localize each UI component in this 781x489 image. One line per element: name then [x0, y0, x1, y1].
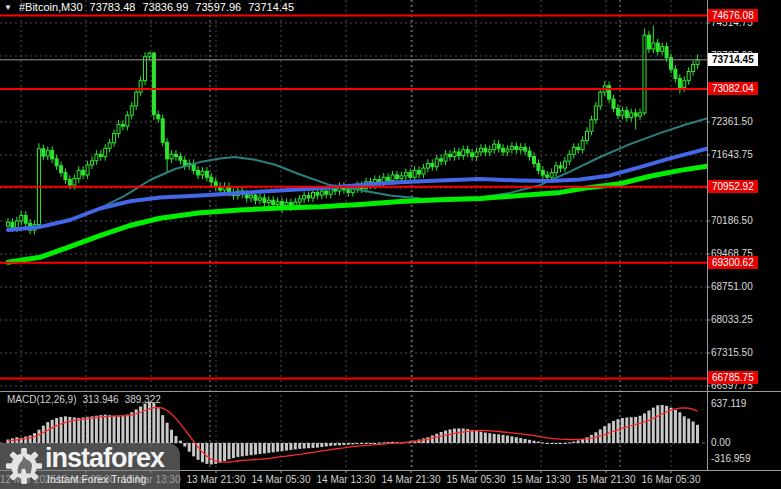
macd-indicator-label: MACD(12,26,9) 313.946 389.322: [7, 394, 161, 405]
trading-chart-window: ▼ #Bitcoin,M30 73783.48 73836.99 73597.9…: [0, 0, 781, 489]
ma-green-line: [8, 166, 707, 262]
bar-low: 73597.96: [195, 1, 241, 13]
symbol-info-bar[interactable]: ▼ #Bitcoin,M30 73783.48 73836.99 73597.9…: [4, 1, 294, 13]
bar-close: 73714.45: [248, 1, 294, 13]
macd-signal-value: 389.322: [125, 394, 161, 405]
bar-high: 73836.99: [142, 1, 188, 13]
macd-name: MACD(12,26,9): [7, 394, 76, 405]
support-resistance-lines: [0, 16, 707, 379]
bar-open: 73783.48: [90, 1, 136, 13]
instaforex-tagline: Instant Forex Trading: [47, 473, 146, 485]
instaforex-wordmark: instaforex: [45, 443, 164, 474]
macd-main-value: 313.946: [82, 394, 118, 405]
instaforex-watermark: instaforex Instant Forex Trading: [0, 443, 180, 489]
instaforex-gear-horse-icon: [5, 447, 43, 485]
chevron-down-icon[interactable]: ▼: [4, 3, 12, 12]
symbol-timeframe: #Bitcoin,M30: [19, 1, 83, 13]
chart-canvas[interactable]: [0, 0, 781, 489]
ma-teal-line: [55, 118, 707, 223]
